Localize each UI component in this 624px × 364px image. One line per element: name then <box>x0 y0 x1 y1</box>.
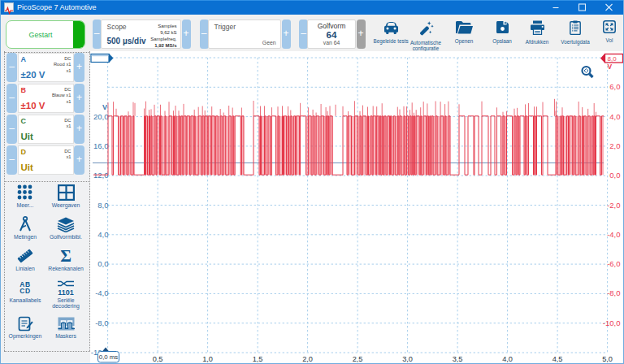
svg-text:4,0: 4,0 <box>98 230 108 239</box>
svg-text:0,0: 0,0 <box>609 171 620 180</box>
svg-text:4,0: 4,0 <box>502 355 513 363</box>
svg-text:2,0: 2,0 <box>609 141 620 150</box>
svg-text:0,0: 0,0 <box>98 259 108 268</box>
svg-text:4,5: 4,5 <box>552 355 563 363</box>
svg-text:2,0: 2,0 <box>302 355 313 363</box>
svg-text:V: V <box>102 103 107 111</box>
svg-text:-8,0: -8,0 <box>607 288 620 297</box>
svg-text:5,0: 5,0 <box>602 355 613 363</box>
svg-text:16,0: 16,0 <box>93 141 109 150</box>
svg-text:-6,0: -6,0 <box>607 259 620 268</box>
svg-text:3,5: 3,5 <box>453 355 463 363</box>
svg-text:-10,0: -10,0 <box>603 318 621 327</box>
svg-text:-8,0: -8,0 <box>95 318 108 327</box>
svg-text:-2,0: -2,0 <box>607 201 620 210</box>
svg-text:6,0: 6,0 <box>609 82 620 91</box>
svg-text:1101: 1101 <box>58 288 74 296</box>
svg-text:-4,0: -4,0 <box>607 230 620 239</box>
svg-text:8,0: 8,0 <box>98 201 108 210</box>
svg-text:2,5: 2,5 <box>353 355 363 363</box>
svg-text:4,0: 4,0 <box>609 112 620 121</box>
svg-text:20,0: 20,0 <box>93 112 109 121</box>
svg-text:8,0: 8,0 <box>608 55 618 63</box>
svg-text:0,0 ms: 0,0 ms <box>99 353 118 361</box>
svg-text:0,5: 0,5 <box>153 355 163 363</box>
svg-text:1,0: 1,0 <box>202 355 213 363</box>
svg-text:1,5: 1,5 <box>253 355 263 363</box>
svg-text:3,0: 3,0 <box>402 355 413 363</box>
svg-text:-4,0: -4,0 <box>95 288 108 297</box>
svg-text:V: V <box>608 63 613 71</box>
